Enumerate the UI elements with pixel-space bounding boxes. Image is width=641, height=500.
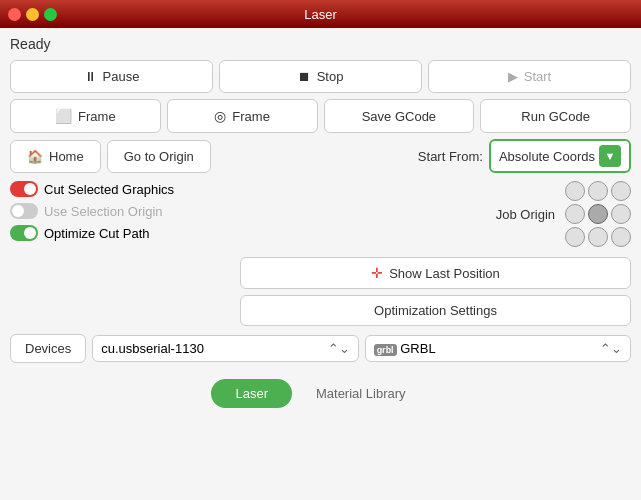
home-button[interactable]: 🏠 Home [10,140,101,173]
job-origin-dot-bl[interactable] [565,227,585,247]
job-origin-grid[interactable] [565,181,631,247]
job-origin-dot-mr[interactable] [611,204,631,224]
device-port-arrow-icon: ⌃⌄ [328,341,350,356]
stop-button[interactable]: Stop [219,60,422,93]
device-port-dropdown[interactable]: cu.usbserial-1130 ⌃⌄ [92,335,358,362]
optimize-cut-path-row: Optimize Cut Path [10,225,230,241]
start-button[interactable]: Start [428,60,631,93]
run-gcode-button[interactable]: Run GCode [480,99,631,133]
frame-square-button[interactable]: Frame [10,99,161,133]
tab-material-library[interactable]: Material Library [292,379,430,408]
status-label: Ready [10,36,631,52]
frame-circle-button[interactable]: Frame [167,99,318,133]
pause-icon [84,69,97,84]
frame-square-icon [55,108,72,124]
position-controls-row: 🏠 Home Go to Origin Start From: Absolute… [10,139,631,173]
use-selection-origin-row: Use Selection Origin [10,203,230,219]
window-controls[interactable] [8,8,57,21]
stop-icon [298,69,311,84]
cut-selected-toggle[interactable] [10,181,38,197]
right-panel: Job Origin Show Last Position [240,181,631,326]
window-title: Laser [63,7,578,22]
crosshair-icon [371,265,383,281]
job-origin-dot-ml[interactable] [565,204,585,224]
frame-circle-icon [214,108,226,124]
grbl-arrow-icon: ⌃⌄ [600,341,622,356]
use-selection-origin-toggle[interactable] [10,203,38,219]
maximize-button[interactable] [44,8,57,21]
job-origin-dot-tr[interactable] [611,181,631,201]
absolute-coords-dropdown[interactable]: Absolute Coords ▼ [489,139,631,173]
job-origin-label: Job Origin [475,207,555,222]
start-from-label: Start From: [418,149,483,164]
cut-selected-row: Cut Selected Graphics [10,181,230,197]
left-panel: Cut Selected Graphics Use Selection Orig… [10,181,230,326]
content-area: Cut Selected Graphics Use Selection Orig… [10,181,631,326]
title-bar: Laser [0,0,641,28]
devices-button[interactable]: Devices [10,334,86,363]
devices-row: Devices cu.usbserial-1130 ⌃⌄ grbl GRBL ⌃… [10,334,631,363]
show-last-position-button[interactable]: Show Last Position [240,257,631,289]
minimize-button[interactable] [26,8,39,21]
home-icon: 🏠 [27,149,43,164]
tab-laser[interactable]: Laser [211,379,292,408]
save-gcode-button[interactable]: Save GCode [324,99,475,133]
job-origin-dot-br[interactable] [611,227,631,247]
dropdown-arrow-icon: ▼ [599,145,621,167]
tab-bar: Laser Material Library [10,371,631,408]
job-origin-dot-tc[interactable] [588,181,608,201]
grbl-dropdown[interactable]: grbl GRBL ⌃⌄ [365,335,631,362]
grbl-badge: grbl [374,344,397,356]
close-button[interactable] [8,8,21,21]
pause-button[interactable]: Pause [10,60,213,93]
go-to-origin-button[interactable]: Go to Origin [107,140,211,173]
job-origin-section: Job Origin [240,181,631,247]
main-window: Ready Pause Stop Start Frame Frame Save … [0,28,641,500]
job-origin-dot-bc[interactable] [588,227,608,247]
job-origin-dot-tl[interactable] [565,181,585,201]
frame-controls-row: Frame Frame Save GCode Run GCode [10,99,631,133]
job-origin-dot-mc[interactable] [588,204,608,224]
optimize-cut-path-toggle[interactable] [10,225,38,241]
main-controls-row: Pause Stop Start [10,60,631,93]
start-from-group: Start From: Absolute Coords ▼ [418,139,631,173]
start-icon [508,69,518,84]
optimization-settings-button[interactable]: Optimization Settings [240,295,631,326]
